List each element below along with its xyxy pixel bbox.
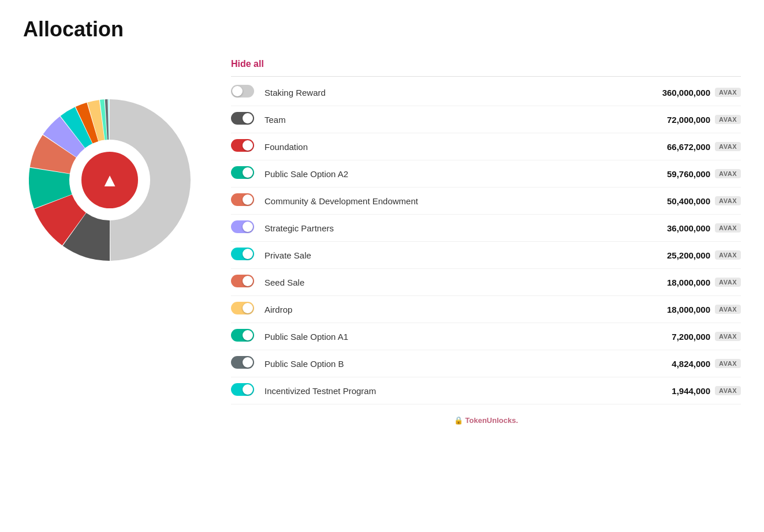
toggle-wrap [231, 383, 258, 398]
watermark-brand: TokenUnlocks. [465, 416, 519, 425]
toggle-switch[interactable] [231, 85, 254, 98]
item-amount: 1,944,000 [672, 386, 710, 396]
avax-badge: AVAX [715, 278, 741, 287]
toggle-switch[interactable] [231, 356, 254, 369]
toggle-wrap [231, 248, 258, 263]
toggle-wrap [231, 193, 258, 208]
item-label: Public Sale Option A1 [264, 332, 672, 342]
item-amount: 72,000,000 [667, 115, 710, 125]
toggle-switch[interactable] [231, 302, 254, 314]
avax-badge: AVAX [715, 88, 741, 97]
avax-badge: AVAX [715, 196, 741, 205]
item-amount: 18,000,000 [667, 305, 710, 314]
list-item: Strategic Partners36,000,000AVAX [231, 215, 741, 242]
list-item: Public Sale Option B4,824,000AVAX [231, 350, 741, 377]
item-label: Public Sale Option B [264, 359, 672, 369]
item-amount: 4,824,000 [672, 359, 710, 369]
item-amount: 59,760,000 [667, 169, 710, 179]
avax-badge: AVAX [715, 223, 741, 233]
item-label: Private Sale [264, 250, 667, 260]
chart-container: ▲ [23, 93, 196, 267]
toggle-switch[interactable] [231, 220, 254, 233]
list-item: Seed Sale18,000,000AVAX [231, 269, 741, 296]
avax-badge: AVAX [715, 359, 741, 368]
avax-badge: AVAX [715, 169, 741, 178]
toggle-switch[interactable] [231, 329, 254, 342]
page-title: Allocation [23, 17, 741, 42]
item-amount: 7,200,000 [672, 332, 710, 342]
toggle-wrap [231, 166, 258, 181]
allocation-list: Staking Reward360,000,000AVAXTeam72,000,… [231, 79, 741, 404]
avax-logo-icon: ▲ [100, 170, 119, 191]
right-panel: Hide all Staking Reward360,000,000AVAXTe… [231, 59, 741, 425]
main-content: ▲ Hide all Staking Reward360,000,000AVAX… [23, 59, 741, 425]
item-amount: 360,000,000 [662, 88, 710, 98]
chart-center-logo: ▲ [78, 148, 141, 212]
toggle-wrap [231, 85, 258, 100]
item-label: Foundation [264, 142, 667, 152]
list-item: Private Sale25,200,000AVAX [231, 242, 741, 269]
list-item: Staking Reward360,000,000AVAX [231, 79, 741, 106]
toggle-wrap [231, 302, 258, 317]
toggle-wrap [231, 275, 258, 290]
item-label: Community & Development Endowment [264, 196, 667, 206]
toggle-wrap [231, 356, 258, 371]
toggle-switch[interactable] [231, 248, 254, 260]
item-label: Seed Sale [264, 278, 667, 287]
avax-badge: AVAX [715, 386, 741, 395]
item-label: Public Sale Option A2 [264, 169, 667, 179]
item-label: Team [264, 115, 667, 125]
toggle-switch[interactable] [231, 193, 254, 206]
toggle-wrap [231, 329, 258, 344]
toggle-switch[interactable] [231, 139, 254, 152]
list-item: Team72,000,000AVAX [231, 106, 741, 133]
list-item: Public Sale Option A259,760,000AVAX [231, 160, 741, 188]
toggle-switch[interactable] [231, 166, 254, 179]
avax-badge: AVAX [715, 305, 741, 314]
toggle-wrap [231, 220, 258, 235]
watermark: 🔒 TokenUnlocks. [231, 416, 741, 425]
toggle-switch[interactable] [231, 383, 254, 396]
item-label: Incentivized Testnet Program [264, 386, 672, 396]
hide-all-button[interactable]: Hide all [231, 59, 264, 69]
item-amount: 36,000,000 [667, 223, 710, 233]
toggle-wrap [231, 112, 258, 127]
item-amount: 25,200,000 [667, 250, 710, 260]
item-label: Staking Reward [264, 88, 662, 98]
list-item: Incentivized Testnet Program1,944,000AVA… [231, 377, 741, 404]
item-label: Airdrop [264, 305, 667, 314]
toggle-switch[interactable] [231, 112, 254, 125]
list-item: Foundation66,672,000AVAX [231, 133, 741, 160]
toggle-wrap [231, 139, 258, 154]
item-amount: 66,672,000 [667, 142, 710, 152]
divider [231, 76, 741, 77]
avax-badge: AVAX [715, 142, 741, 151]
list-item: Airdrop18,000,000AVAX [231, 296, 741, 323]
list-item: Public Sale Option A17,200,000AVAX [231, 323, 741, 350]
item-amount: 50,400,000 [667, 196, 710, 206]
avax-badge: AVAX [715, 332, 741, 341]
avax-badge: AVAX [715, 250, 741, 260]
toggle-switch[interactable] [231, 275, 254, 287]
avax-badge: AVAX [715, 115, 741, 124]
list-item: Community & Development Endowment50,400,… [231, 188, 741, 215]
item-label: Strategic Partners [264, 223, 667, 233]
item-amount: 18,000,000 [667, 278, 710, 287]
